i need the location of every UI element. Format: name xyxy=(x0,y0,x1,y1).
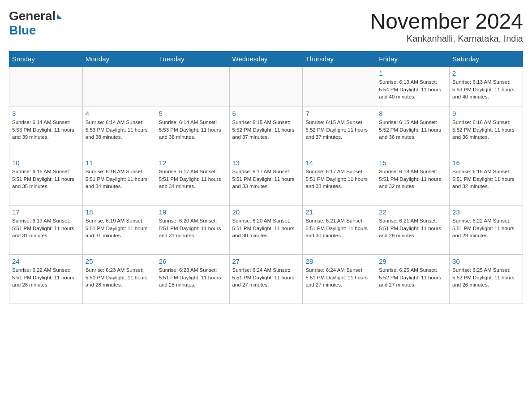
calendar-cell: 7Sunrise: 6:15 AM Sunset: 5:52 PM Daylig… xyxy=(303,107,376,156)
day-number: 6 xyxy=(232,110,300,117)
page-header: General Blue November 2024 Kankanhalli, … xyxy=(9,9,523,44)
calendar-title: November 2024 xyxy=(370,9,523,34)
calendar-cell xyxy=(303,67,376,107)
calendar-cell: 10Sunrise: 6:16 AM Sunset: 5:51 PM Dayli… xyxy=(9,156,83,206)
day-info: Sunrise: 6:15 AM Sunset: 5:52 PM Dayligh… xyxy=(305,119,373,141)
day-info: Sunrise: 6:24 AM Sunset: 5:51 PM Dayligh… xyxy=(232,266,300,289)
calendar-cell: 29Sunrise: 6:25 AM Sunset: 5:52 PM Dayli… xyxy=(376,255,450,304)
calendar-cell: 19Sunrise: 6:20 AM Sunset: 5:51 PM Dayli… xyxy=(156,206,229,255)
header-day-sunday: Sunday xyxy=(9,51,83,67)
day-info: Sunrise: 6:16 AM Sunset: 5:52 PM Dayligh… xyxy=(452,119,520,141)
calendar-cell: 6Sunrise: 6:15 AM Sunset: 5:52 PM Daylig… xyxy=(229,107,303,156)
week-row-1: 1Sunrise: 6:13 AM Sunset: 5:54 PM Daylig… xyxy=(9,67,523,107)
header-day-friday: Friday xyxy=(376,51,450,67)
logo-triangle-icon xyxy=(57,14,62,19)
header-day-wednesday: Wednesday xyxy=(229,51,303,67)
day-number: 12 xyxy=(159,159,227,167)
day-number: 1 xyxy=(379,69,446,77)
day-number: 24 xyxy=(12,257,80,265)
calendar-cell: 4Sunrise: 6:14 AM Sunset: 5:53 PM Daylig… xyxy=(82,107,156,156)
week-row-5: 24Sunrise: 6:22 AM Sunset: 5:51 PM Dayli… xyxy=(9,255,523,304)
calendar-cell: 1Sunrise: 6:13 AM Sunset: 5:54 PM Daylig… xyxy=(376,67,450,107)
calendar-cell: 22Sunrise: 6:21 AM Sunset: 5:51 PM Dayli… xyxy=(376,206,450,255)
day-number: 17 xyxy=(12,208,80,216)
week-row-2: 3Sunrise: 6:14 AM Sunset: 5:53 PM Daylig… xyxy=(9,107,523,156)
day-info: Sunrise: 6:21 AM Sunset: 5:51 PM Dayligh… xyxy=(305,217,373,240)
day-info: Sunrise: 6:16 AM Sunset: 5:51 PM Dayligh… xyxy=(86,168,153,190)
day-number: 25 xyxy=(86,257,153,265)
day-info: Sunrise: 6:17 AM Sunset: 5:51 PM Dayligh… xyxy=(305,168,373,190)
calendar-body: 1Sunrise: 6:13 AM Sunset: 5:54 PM Daylig… xyxy=(9,67,523,304)
day-info: Sunrise: 6:23 AM Sunset: 5:51 PM Dayligh… xyxy=(159,266,227,289)
day-info: Sunrise: 6:15 AM Sunset: 5:52 PM Dayligh… xyxy=(379,119,446,141)
day-info: Sunrise: 6:20 AM Sunset: 5:51 PM Dayligh… xyxy=(159,217,227,240)
week-row-3: 10Sunrise: 6:16 AM Sunset: 5:51 PM Dayli… xyxy=(9,156,523,206)
day-number: 27 xyxy=(232,257,300,265)
day-number: 20 xyxy=(232,208,300,216)
logo-general-text: General xyxy=(9,9,56,23)
day-info: Sunrise: 6:22 AM Sunset: 5:51 PM Dayligh… xyxy=(12,266,80,289)
day-number: 26 xyxy=(159,257,227,265)
calendar-header: SundayMondayTuesdayWednesdayThursdayFrid… xyxy=(9,51,523,67)
calendar-cell: 25Sunrise: 6:23 AM Sunset: 5:51 PM Dayli… xyxy=(82,255,156,304)
calendar-cell: 3Sunrise: 6:14 AM Sunset: 5:53 PM Daylig… xyxy=(9,107,83,156)
calendar-cell: 5Sunrise: 6:14 AM Sunset: 5:53 PM Daylig… xyxy=(156,107,229,156)
day-info: Sunrise: 6:17 AM Sunset: 5:51 PM Dayligh… xyxy=(159,168,227,190)
calendar-cell: 30Sunrise: 6:25 AM Sunset: 5:52 PM Dayli… xyxy=(450,255,523,304)
day-info: Sunrise: 6:14 AM Sunset: 5:53 PM Dayligh… xyxy=(12,119,80,141)
calendar-cell: 8Sunrise: 6:15 AM Sunset: 5:52 PM Daylig… xyxy=(376,107,450,156)
day-number: 3 xyxy=(12,110,80,117)
calendar-cell xyxy=(82,67,156,107)
day-number: 2 xyxy=(452,69,520,77)
day-info: Sunrise: 6:14 AM Sunset: 5:53 PM Dayligh… xyxy=(159,119,227,141)
day-number: 23 xyxy=(452,208,520,216)
day-info: Sunrise: 6:15 AM Sunset: 5:52 PM Dayligh… xyxy=(232,119,300,141)
day-number: 10 xyxy=(12,159,80,167)
calendar-cell: 9Sunrise: 6:16 AM Sunset: 5:52 PM Daylig… xyxy=(450,107,523,156)
logo: General Blue xyxy=(9,9,62,38)
day-number: 28 xyxy=(305,257,373,265)
calendar-cell: 17Sunrise: 6:19 AM Sunset: 5:51 PM Dayli… xyxy=(9,206,83,255)
calendar-cell xyxy=(229,67,303,107)
day-number: 7 xyxy=(305,110,373,117)
day-info: Sunrise: 6:16 AM Sunset: 5:51 PM Dayligh… xyxy=(12,168,80,190)
day-number: 30 xyxy=(452,257,520,265)
day-number: 13 xyxy=(232,159,300,167)
day-number: 18 xyxy=(86,208,153,216)
day-number: 14 xyxy=(305,159,373,167)
calendar-cell xyxy=(9,67,83,107)
day-info: Sunrise: 6:13 AM Sunset: 5:53 PM Dayligh… xyxy=(452,78,520,101)
day-info: Sunrise: 6:24 AM Sunset: 5:51 PM Dayligh… xyxy=(305,266,373,289)
day-info: Sunrise: 6:23 AM Sunset: 5:51 PM Dayligh… xyxy=(86,266,153,289)
calendar-subtitle: Kankanhalli, Karnataka, India xyxy=(370,34,523,44)
day-number: 15 xyxy=(379,159,446,167)
day-info: Sunrise: 6:20 AM Sunset: 5:51 PM Dayligh… xyxy=(232,217,300,240)
day-number: 19 xyxy=(159,208,227,216)
day-info: Sunrise: 6:19 AM Sunset: 5:51 PM Dayligh… xyxy=(12,217,80,240)
day-number: 16 xyxy=(452,159,520,167)
day-number: 29 xyxy=(379,257,446,265)
header-day-monday: Monday xyxy=(82,51,156,67)
calendar-cell: 21Sunrise: 6:21 AM Sunset: 5:51 PM Dayli… xyxy=(303,206,376,255)
day-number: 22 xyxy=(379,208,446,216)
day-info: Sunrise: 6:17 AM Sunset: 5:51 PM Dayligh… xyxy=(232,168,300,190)
week-row-4: 17Sunrise: 6:19 AM Sunset: 5:51 PM Dayli… xyxy=(9,206,523,255)
calendar-cell: 15Sunrise: 6:18 AM Sunset: 5:51 PM Dayli… xyxy=(376,156,450,206)
day-info: Sunrise: 6:21 AM Sunset: 5:51 PM Dayligh… xyxy=(379,217,446,240)
day-number: 11 xyxy=(86,159,153,167)
day-number: 4 xyxy=(86,110,153,117)
calendar-cell: 12Sunrise: 6:17 AM Sunset: 5:51 PM Dayli… xyxy=(156,156,229,206)
calendar-cell: 14Sunrise: 6:17 AM Sunset: 5:51 PM Dayli… xyxy=(303,156,376,206)
header-row: SundayMondayTuesdayWednesdayThursdayFrid… xyxy=(9,51,523,67)
calendar-cell: 26Sunrise: 6:23 AM Sunset: 5:51 PM Dayli… xyxy=(156,255,229,304)
calendar-cell: 2Sunrise: 6:13 AM Sunset: 5:53 PM Daylig… xyxy=(450,67,523,107)
calendar-cell: 27Sunrise: 6:24 AM Sunset: 5:51 PM Dayli… xyxy=(229,255,303,304)
day-info: Sunrise: 6:22 AM Sunset: 5:51 PM Dayligh… xyxy=(452,217,520,240)
day-number: 8 xyxy=(379,110,446,117)
calendar-cell: 24Sunrise: 6:22 AM Sunset: 5:51 PM Dayli… xyxy=(9,255,83,304)
header-day-thursday: Thursday xyxy=(303,51,376,67)
day-info: Sunrise: 6:25 AM Sunset: 5:52 PM Dayligh… xyxy=(452,266,520,289)
calendar-cell: 13Sunrise: 6:17 AM Sunset: 5:51 PM Dayli… xyxy=(229,156,303,206)
header-day-tuesday: Tuesday xyxy=(156,51,229,67)
day-number: 9 xyxy=(452,110,520,117)
